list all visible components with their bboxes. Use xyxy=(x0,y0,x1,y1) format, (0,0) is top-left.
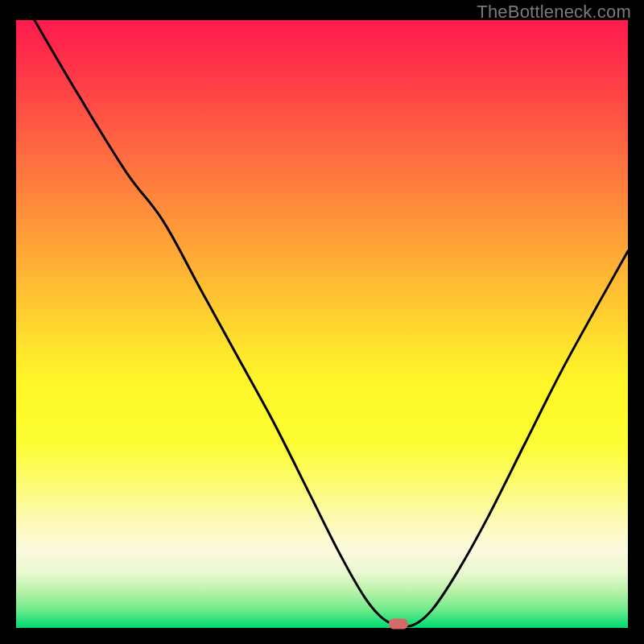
bottleneck-curve xyxy=(35,20,628,626)
plot-area xyxy=(16,20,628,628)
curve-svg xyxy=(16,20,628,628)
chart-frame: TheBottleneck.com xyxy=(0,0,644,644)
optimal-marker xyxy=(389,618,408,629)
